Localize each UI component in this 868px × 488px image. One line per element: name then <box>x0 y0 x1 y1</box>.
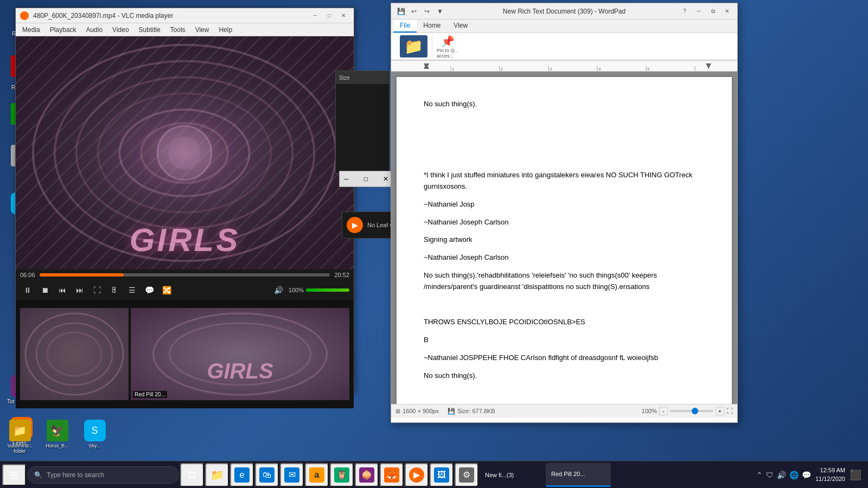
vlc-prev-button[interactable]: ⏮ <box>55 282 70 298</box>
wordpad-help-btn[interactable]: ? <box>679 7 691 16</box>
mini-minimize-btn[interactable]: ─ <box>344 175 349 183</box>
taskbar-window-new-fi[interactable]: New fi...(3) <box>480 463 545 487</box>
wordpad-minimize-btn[interactable]: ─ <box>693 7 705 16</box>
vlc-video-content: GIRLS <box>16 36 354 269</box>
vlc-next-button[interactable]: ⏭ <box>72 282 87 298</box>
wordpad-window-controls: ? ─ ⧉ ✕ <box>679 7 733 16</box>
vlc-progress-bar[interactable] <box>40 273 330 277</box>
vlc-menu-help[interactable]: Help <box>214 25 237 35</box>
svg-text:4: 4 <box>598 67 601 72</box>
dimensions-icon: ⊞ <box>395 408 400 415</box>
vlc-shuffle-button[interactable]: 🔀 <box>159 282 174 298</box>
taskbar-firefox-icon: 🦊 <box>384 467 399 483</box>
wordpad-tab-home[interactable]: Home <box>417 20 447 33</box>
file-button-main[interactable]: 📁 <box>400 35 427 57</box>
mini-window-bar: ─ □ ✕ <box>339 171 393 187</box>
side-panel-bar: Size <box>336 71 389 84</box>
taskbar-time-text: 12:59 AM <box>815 466 845 474</box>
side-panel-title: Size <box>339 75 349 81</box>
wordpad-save-btn[interactable]: 💾 <box>395 6 406 17</box>
taskbar-extra-btn[interactable]: ⚙ <box>455 463 478 487</box>
wordpad-document-area[interactable]: No such thing(s). *I think I just stuffe… <box>391 72 737 404</box>
taskbar-tor-btn[interactable]: 🧅 <box>355 463 379 487</box>
taskbar-photos-btn[interactable]: 🖼 <box>430 463 454 487</box>
vlc-menubar: Media Playback Audio Video Subtitle Tool… <box>16 23 354 36</box>
zoom-value: 100% <box>642 408 657 414</box>
wordpad-restore-btn[interactable]: ⧉ <box>707 7 719 16</box>
zoom-icon-full: ⛶ <box>726 407 733 415</box>
task-view-button[interactable]: ⧉ <box>180 463 204 487</box>
doc-line-11 <box>424 299 705 311</box>
wordpad-file-group: 📁 <box>395 35 432 57</box>
taskbar-action-center-icon[interactable]: 💬 <box>802 471 811 479</box>
vlc-menu-subtitle[interactable]: Subtitle <box>135 25 165 35</box>
zoom-in-btn[interactable]: + <box>716 407 724 415</box>
sky-img2: S <box>84 420 106 441</box>
doc-line-2 <box>424 117 705 128</box>
vlc-menu-tools[interactable]: Tools <box>166 25 190 35</box>
vlc-mute-button[interactable]: 🔊 <box>271 282 286 298</box>
zoom-out-btn[interactable]: - <box>659 407 668 415</box>
vlc-extended-button[interactable]: 🎚 <box>107 282 122 298</box>
wordpad-tab-view[interactable]: View <box>447 20 474 33</box>
vlc-menu-video[interactable]: Video <box>108 25 133 35</box>
vlc-maximize-button[interactable]: □ <box>323 11 335 20</box>
taskbar-amazon-btn[interactable]: a <box>305 463 329 487</box>
mini-close-btn[interactable]: ✕ <box>383 175 388 183</box>
taskbar-trip-btn[interactable]: 🦉 <box>330 463 354 487</box>
vlc-thumbnail-1[interactable] <box>20 308 129 400</box>
document-page: No such thing(s). *I think I just stuffe… <box>397 77 732 404</box>
taskbar-store-btn[interactable]: 🛍 <box>255 463 279 487</box>
vlc-stop-button[interactable]: ⏹ <box>37 282 53 298</box>
vlc-close-button[interactable]: ✕ <box>337 11 349 20</box>
vlc-subtitle-button[interactable]: 💬 <box>142 282 157 298</box>
taskbar-volume-icon[interactable]: 🔊 <box>777 471 786 479</box>
doc-line-5: *I think I just stuffed miniatures into … <box>424 170 705 192</box>
sky-icon2[interactable]: S Sky... <box>77 418 112 456</box>
svg-text:GIRLS: GIRLS <box>207 359 273 383</box>
wordpad-more-btn[interactable]: ▼ <box>435 6 445 17</box>
vlc-menu-media[interactable]: Media <box>18 25 44 35</box>
taskbar-clock[interactable]: 12:59 AM 11/12/2020 <box>815 466 845 483</box>
doc-line-13: B <box>424 335 705 346</box>
wordpad-close-btn[interactable]: ✕ <box>721 7 733 16</box>
taskbar-network-icon[interactable]: 🌐 <box>789 471 799 479</box>
taskbar-extra-icon: ⚙ <box>459 467 474 483</box>
vlc-volume-bar[interactable] <box>306 288 349 292</box>
doc-line-14: ~Nathaniel JOSPPEHE FHOE CArIson fldfigh… <box>424 352 705 364</box>
vlc-menu-playback[interactable]: Playback <box>46 25 81 35</box>
horus-icon[interactable]: 🦅 Horus_B... <box>40 418 75 456</box>
start-button[interactable]: ⊞ <box>2 464 26 486</box>
vlc-minimize-button[interactable]: ─ <box>309 11 321 20</box>
vlc-window: 480P_600K_20340897i.mp4 - VLC media play… <box>15 8 354 393</box>
taskbar-expand-btn[interactable]: ⌃ <box>756 471 763 479</box>
taskbar-search-box[interactable]: 🔍 Type here to search <box>27 466 179 484</box>
vlc-pause-button[interactable]: ⏸ <box>20 282 35 298</box>
wordpad-tab-file[interactable]: File <box>393 20 417 33</box>
wordpad-undo-btn[interactable]: ↩ <box>409 6 419 17</box>
vlc-volume-control: 🔊 100% <box>271 282 349 298</box>
taskbar-window-red-pill[interactable]: Red Pill 20... <box>546 463 611 487</box>
vlc-menu-view[interactable]: View <box>191 25 214 35</box>
sublimina-folder-icon[interactable]: 📁 'sublimina... folder <box>2 418 37 456</box>
taskbar-firefox-btn[interactable]: 🦊 <box>380 463 404 487</box>
horus-img: 🦅 <box>47 420 68 441</box>
vlc-playlist-button[interactable]: ☰ <box>124 282 139 298</box>
vlc-video-area: GIRLS <box>16 36 354 269</box>
mini-maximize-btn[interactable]: □ <box>364 175 368 183</box>
svg-rect-16 <box>391 61 737 72</box>
taskbar-edge-btn[interactable]: e <box>230 463 254 487</box>
wordpad-redo-btn[interactable]: ↪ <box>422 6 432 17</box>
svg-point-9 <box>168 137 201 169</box>
doc-line-12: THROWS ENSCLYLBOJE PCOIDICOtIOSNLB>ES <box>424 317 705 328</box>
explorer-icon: 📁 <box>209 467 225 483</box>
taskbar-mail-btn[interactable]: ✉ <box>280 463 304 487</box>
zoom-slider[interactable] <box>670 410 713 412</box>
taskbar-desktop-btn[interactable]: ⬛ <box>850 469 861 481</box>
vlc-thumbnail-2[interactable]: GIRLS Red Pill 20... <box>131 308 349 400</box>
vlc-fullscreen-button[interactable]: ⛶ <box>90 282 105 298</box>
taskbar-explorer-btn[interactable]: 📁 <box>205 463 229 487</box>
vlc-controls-bar: ⏸ ⏹ ⏮ ⏭ ⛶ 🎚 ☰ 💬 🔀 🔊 100% <box>16 280 354 300</box>
taskbar-vlc-media-btn[interactable]: ▶ <box>405 463 429 487</box>
vlc-menu-audio[interactable]: Audio <box>81 25 107 35</box>
